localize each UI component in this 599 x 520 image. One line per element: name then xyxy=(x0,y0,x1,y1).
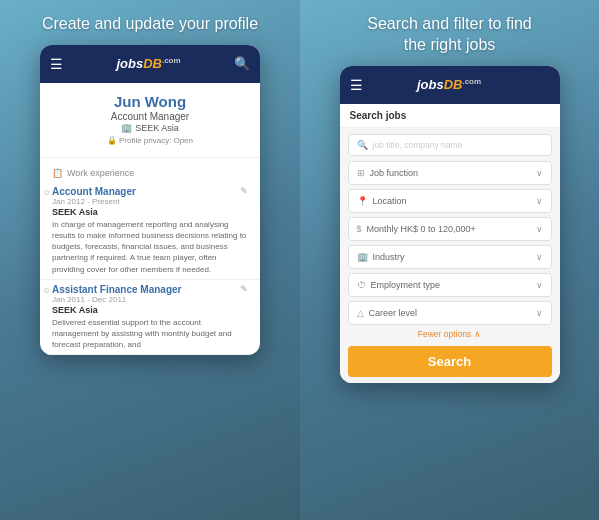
job-desc-2: Delivered essential support to the accou… xyxy=(52,317,248,351)
search-body: 🔍 job title, company name ⊞ Job function… xyxy=(340,128,560,383)
chevron-down-icon: ∨ xyxy=(536,280,543,290)
left-phone-mockup: ☰ jobsDB.com 🔍 Jun Wong Account Manager … xyxy=(40,45,260,356)
chevron-down-icon: ∨ xyxy=(536,196,543,206)
building-icon: 🏢 xyxy=(121,123,132,133)
profile-privacy: 🔒 Profile privacy: Open xyxy=(40,136,260,145)
filter-label-location: Location xyxy=(373,196,407,206)
filter-location[interactable]: 📍 Location ∨ xyxy=(348,189,552,213)
hamburger-icon[interactable]: ☰ xyxy=(50,56,63,72)
search-icon-input: 🔍 xyxy=(357,140,368,150)
chevron-down-icon: ∨ xyxy=(536,168,543,178)
profile-title: Account Manager xyxy=(40,111,260,122)
hamburger-icon-right[interactable]: ☰ xyxy=(350,77,363,93)
chevron-down-icon: ∨ xyxy=(536,252,543,262)
search-jobs-title: Search jobs xyxy=(340,104,560,128)
filter-career-level[interactable]: △ Career level ∨ xyxy=(348,301,552,325)
search-icon[interactable]: 🔍 xyxy=(234,56,250,71)
search-button[interactable]: Search xyxy=(348,346,552,377)
chevron-up-icon: ∧ xyxy=(474,329,481,339)
search-input-row[interactable]: 🔍 job title, company name xyxy=(348,134,552,156)
job-company-2: SEEK Asia xyxy=(52,305,248,315)
right-navbar: ☰ jobsDB.com xyxy=(340,66,560,104)
right-caption: Search and filter to find the right jobs xyxy=(347,0,552,66)
edit-icon-1[interactable]: ✎ xyxy=(240,186,248,197)
timeline-bullet xyxy=(44,190,49,195)
left-caption: Create and update your profile xyxy=(22,0,278,45)
right-panel: Search and filter to find the right jobs… xyxy=(300,0,599,520)
job-date-2: Jan 2011 - Dec 2011 xyxy=(52,295,248,304)
left-panel: Create and update your profile ☰ jobsDB.… xyxy=(0,0,300,520)
search-input-placeholder: job title, company name xyxy=(373,140,543,150)
filter-label-career-level: Career level xyxy=(369,308,418,318)
filter-job-function[interactable]: ⊞ Job function ∨ xyxy=(348,161,552,185)
filter-label-industry: Industry xyxy=(373,252,405,262)
chevron-down-icon: ∨ xyxy=(536,224,543,234)
job-desc-1: In charge of management reporting and an… xyxy=(52,219,248,275)
filter-label-employment-type: Employment type xyxy=(371,280,441,290)
profile-name: Jun Wong xyxy=(40,93,260,110)
edit-icon-2[interactable]: ✎ xyxy=(240,284,248,295)
work-item: Assistant Finance Manager ✎ Jan 2011 - D… xyxy=(40,280,260,356)
profile-company: 🏢 SEEK Asia xyxy=(40,123,260,133)
filter-employment-type[interactable]: ⏱ Employment type ∨ xyxy=(348,273,552,297)
chart-icon: △ xyxy=(357,308,364,318)
filter-label-job-function: Job function xyxy=(370,168,419,178)
building-icon: 🏢 xyxy=(357,252,368,262)
clock-icon: ⏱ xyxy=(357,280,366,290)
lock-icon: 🔒 xyxy=(107,136,117,145)
job-company-1: SEEK Asia xyxy=(52,207,248,217)
job-title-2: Assistant Finance Manager xyxy=(52,284,181,295)
filter-salary[interactable]: $ Monthly HK$ 0 to 120,000+ ∨ xyxy=(348,217,552,241)
logo: jobsDB.com xyxy=(116,56,180,71)
chevron-down-icon: ∨ xyxy=(536,308,543,318)
filter-label-salary: Monthly HK$ 0 to 120,000+ xyxy=(367,224,476,234)
grid-icon: ⊞ xyxy=(357,168,365,178)
job-title-1: Account Manager xyxy=(52,186,136,197)
timeline-bullet xyxy=(44,288,49,293)
filter-industry[interactable]: 🏢 Industry ∨ xyxy=(348,245,552,269)
dollar-icon: $ xyxy=(357,224,362,234)
pin-icon: 📍 xyxy=(357,196,368,206)
profile-section: Jun Wong Account Manager 🏢 SEEK Asia 🔒 P… xyxy=(40,83,260,151)
left-navbar: ☰ jobsDB.com 🔍 xyxy=(40,45,260,83)
job-date-1: Jan 2012 - Present xyxy=(52,197,248,206)
right-phone-mockup: ☰ jobsDB.com Search jobs 🔍 job title, co… xyxy=(340,66,560,383)
briefcase-icon: 📋 xyxy=(52,168,63,178)
fewer-options[interactable]: Fewer options ∧ xyxy=(348,329,552,339)
logo-right: jobsDB.com xyxy=(417,77,481,92)
work-experience-header: 📋 Work experience xyxy=(40,164,260,182)
work-item: Account Manager ✎ Jan 2012 - Present SEE… xyxy=(40,182,260,280)
